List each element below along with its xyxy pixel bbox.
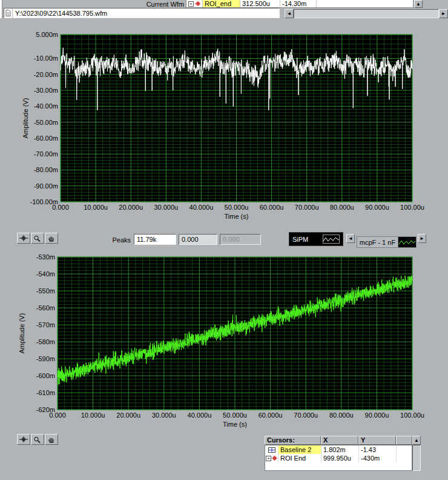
svg-text:90.000u: 90.000u <box>365 204 389 211</box>
svg-text:-30.00m: -30.00m <box>34 87 58 94</box>
peaks-label: Peaks <box>91 236 131 244</box>
svg-text:20.000u: 20.000u <box>119 204 143 211</box>
x-axis-label: Time (s) <box>225 213 249 220</box>
top-cursor-x-cell[interactable]: 312.500u <box>240 0 280 7</box>
mcp-line-style-icon[interactable] <box>398 237 416 247</box>
legend-h-scrollbar[interactable]: ◄ ► <box>285 9 448 18</box>
cursor-row[interactable]: + ROI End 999.950u -430m <box>265 454 412 462</box>
plot-legend-mcp[interactable]: mcpF - 1 nF <box>357 236 417 248</box>
y-axis-label: Amplitude (V) <box>22 98 29 139</box>
svg-text:5.000m: 5.000m <box>36 31 58 38</box>
tree-expand-icon[interactable]: + <box>266 456 271 461</box>
svg-text:100.00u: 100.00u <box>400 204 424 211</box>
roi-cursor-icon <box>195 1 200 6</box>
cursor-y-cell[interactable]: -430m <box>359 454 397 462</box>
cursor-name-cell[interactable]: Baseline 2 <box>278 445 321 454</box>
svg-text:100.00u: 100.00u <box>400 412 424 419</box>
y-axis-label: Amplitude (V) <box>18 313 25 354</box>
baseline-cursor-icon <box>265 445 278 454</box>
left-edge-fragment <box>0 0 2 18</box>
cursor-table-header-filler <box>396 436 412 445</box>
top-cursor-y-cell[interactable]: -14.30m <box>280 0 317 7</box>
legend-scroll-up-button[interactable]: ▲ <box>414 0 423 8</box>
cursor-y-cell[interactable]: -1.43 <box>359 445 397 454</box>
svg-text:10.000u: 10.000u <box>84 204 108 211</box>
scrollbar-right-button[interactable]: ► <box>439 9 448 18</box>
svg-text:-40.00m: -40.00m <box>34 102 58 110</box>
svg-text:-80.00m: -80.00m <box>34 166 58 173</box>
cursor-x-cell[interactable]: 999.950u <box>321 454 359 462</box>
cursor-x-cell[interactable]: 1.802m <box>321 445 359 454</box>
svg-text:-20.00m: -20.00m <box>34 71 58 78</box>
cursor-table-header-x: X <box>321 436 358 445</box>
svg-text:50.000u: 50.000u <box>223 412 247 419</box>
top-cursor-icons[interactable]: + <box>186 0 203 7</box>
wfm-path-field[interactable]: Y:\2023\09\22\144538.795.wfm <box>4 8 280 18</box>
svg-text:30.000u: 30.000u <box>152 412 176 419</box>
cursor-table-header-y: Y <box>358 436 396 445</box>
current-wfm-label: Current Wfm <box>132 1 184 8</box>
svg-text:-540m: -540m <box>36 270 55 278</box>
scrollbar-track[interactable] <box>294 9 439 18</box>
cursor-table-scroll-up-button[interactable]: ▲ <box>412 436 421 445</box>
graph-tools-palette-top <box>17 233 58 244</box>
svg-text:-50.00m: -50.00m <box>34 119 58 126</box>
cursor-row[interactable]: Baseline 2 1.802m -1.43 <box>265 445 412 454</box>
svg-text:70.000u: 70.000u <box>295 204 319 211</box>
svg-text:0.000: 0.000 <box>52 204 69 211</box>
plot-legend-sipm[interactable]: SiPM <box>289 232 343 246</box>
roi-cursor-icon <box>272 456 277 461</box>
svg-text:60.000u: 60.000u <box>259 412 283 419</box>
top-cursor-legend[interactable]: + ROI_end 312.500u -14.30m <box>186 0 413 8</box>
svg-text:-70.00m: -70.00m <box>34 150 58 158</box>
svg-text:-570m: -570m <box>36 321 55 328</box>
svg-text:-550m: -550m <box>36 287 55 295</box>
peaks-count-field[interactable]: 11.79k <box>134 234 176 245</box>
bottom-waveform-graph[interactable]: -530m-540m-550m-560m-570m-580m-590m-600m… <box>0 250 448 432</box>
legend-sipm-label: SiPM <box>292 236 308 243</box>
legend-scroll-right-button[interactable]: ► <box>418 234 426 243</box>
zoom-tool-button[interactable] <box>31 434 44 445</box>
svg-text:10.000u: 10.000u <box>81 412 105 419</box>
svg-text:80.000u: 80.000u <box>330 204 354 211</box>
svg-text:80.000u: 80.000u <box>329 412 354 419</box>
legend-scroll-left-button[interactable]: ◄ <box>346 234 355 243</box>
pan-tool-button[interactable] <box>45 233 58 244</box>
cursor-table-scrollbar-track[interactable] <box>412 445 421 471</box>
svg-text:-600m: -600m <box>36 372 55 379</box>
labview-front-panel: Current Wfm + ROI_end 312.500u -14.30m ▲… <box>0 0 448 480</box>
cursor-table-header-cursors: Cursors: <box>265 436 321 445</box>
x-axis-label: Time (s) <box>223 421 247 428</box>
top-cursor-x: 312.500u <box>242 0 270 7</box>
top-waveform-graph[interactable]: 5.000m-10.00m-20.00m-30.00m-40.00m-50.00… <box>0 27 448 223</box>
top-cursor-name: ROI_end <box>205 0 231 7</box>
zoom-tool-button[interactable] <box>31 233 44 244</box>
legend-mcp-label: mcpF - 1 nF <box>357 237 398 247</box>
svg-text:50.000u: 50.000u <box>225 204 249 211</box>
svg-text:40.000u: 40.000u <box>189 204 214 211</box>
top-cursor-y: -14.30m <box>282 0 306 7</box>
tree-expand-icon[interactable]: + <box>188 1 194 7</box>
svg-text:-10.00m: -10.00m <box>34 55 58 62</box>
svg-text:40.000u: 40.000u <box>188 412 212 419</box>
waveform-plot-area: -530m-540m-550m-560m-570m-580m-590m-600m… <box>0 250 448 432</box>
cursor-tool-button[interactable] <box>17 434 30 445</box>
threshold-field[interactable]: 0.000 <box>179 234 217 245</box>
waveform-plot-area: 5.000m-10.00m-20.00m-30.00m-40.00m-50.00… <box>0 27 448 223</box>
cursor-name-cell[interactable]: ROI End <box>278 454 321 462</box>
cursor-table: Cursors: X Y ▲ Baseline 2 1.802m -1.43 +… <box>265 436 421 471</box>
cursor-table-body: Baseline 2 1.802m -1.43 + ROI End 999.95… <box>265 445 412 471</box>
svg-text:70.000u: 70.000u <box>294 412 318 419</box>
sipm-line-style-icon[interactable] <box>323 235 340 244</box>
svg-text:60.000u: 60.000u <box>260 204 284 211</box>
pan-tool-button[interactable] <box>45 434 58 445</box>
path-browse-icon[interactable] <box>4 8 13 18</box>
scrollbar-left-button[interactable]: ◄ <box>285 9 294 18</box>
wfm-path-text: Y:\2023\09\22\144538.795.wfm <box>13 10 107 17</box>
svg-text:-530m: -530m <box>36 253 55 261</box>
cursor-tool-button[interactable] <box>17 233 30 244</box>
roi-cursor-icons[interactable]: + <box>265 454 278 462</box>
svg-text:-610m: -610m <box>36 389 55 396</box>
svg-text:-60.00m: -60.00m <box>34 135 58 142</box>
top-cursor-name-cell[interactable]: ROI_end <box>203 0 240 7</box>
